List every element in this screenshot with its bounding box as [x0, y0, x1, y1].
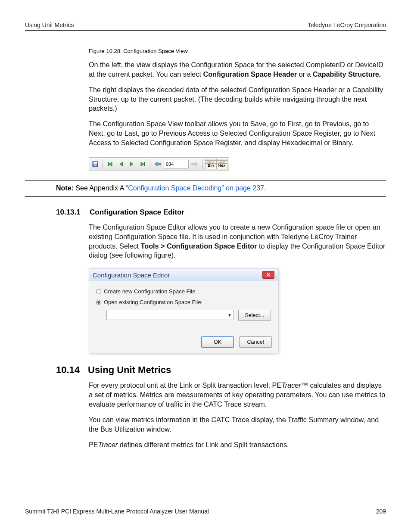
text: Save [250, 120, 266, 128]
select-button[interactable]: Select... [238, 310, 271, 321]
packet-number-field[interactable]: 034 [164, 160, 189, 168]
header-right: Teledyne LeCroy Corporation [308, 22, 386, 28]
footer-left: Summit T3-8 PCI Express Multi-Lane Proto… [25, 508, 209, 515]
bin-button[interactable]: 10110Bin [205, 159, 216, 169]
ok-button[interactable]: OK [201, 336, 234, 348]
close-icon: ✕ [266, 272, 271, 278]
radio-label: Open existing Configuration Space File: [104, 299, 202, 305]
figure-caption: Figure 10.28: Configuration Space View [89, 48, 386, 54]
dialog-body: Create new Configuration Space File Open… [89, 281, 278, 336]
bin-label: Bin [208, 164, 214, 168]
radio-label: Create new Configuration Space File [104, 288, 195, 295]
radio-create-new[interactable]: Create new Configuration Space File [96, 288, 271, 295]
horizontal-rule [25, 180, 386, 181]
text-bold: Tools > Configuration Space Editor [141, 242, 257, 250]
first-icon[interactable] [106, 159, 115, 169]
svg-rect-3 [108, 162, 109, 166]
text-bold: Configuration Space Header [203, 70, 297, 78]
paragraph: On the left, the view displays the Confi… [89, 60, 386, 79]
cancel-button[interactable]: Cancel [239, 336, 272, 348]
file-select-row: ▼ Select... [106, 310, 271, 321]
text-italic: Tracer [98, 441, 118, 448]
text-italic: Tracer [281, 381, 301, 389]
hex-label: Hex [218, 164, 226, 168]
paragraph: PETracer defines different metrics for L… [89, 440, 386, 450]
page-number: 209 [376, 508, 386, 515]
text: PE [89, 441, 98, 448]
text: The Configuration Space View toolbar all… [89, 120, 250, 128]
svg-rect-4 [144, 162, 145, 166]
header-left: Using Unit Metrics [25, 22, 74, 28]
heading-number: 10.13.1 [56, 208, 85, 217]
save-icon[interactable] [90, 159, 100, 169]
dialog-title-text: Configuration Space Editor [93, 271, 170, 279]
svg-rect-1 [93, 162, 97, 164]
note-text: See Appendix A [74, 184, 126, 192]
content-area: For every protocol unit at the Link or S… [25, 381, 386, 449]
radio-icon [96, 300, 101, 305]
paragraph: The Configuration Space View toolbar all… [89, 119, 386, 148]
hex-button[interactable]: 10110Hex [216, 159, 227, 169]
horizontal-rule [25, 196, 386, 197]
text: defines different metrics for Link and S… [118, 441, 289, 448]
heading-number: 10.14 [56, 364, 83, 376]
prev-access-icon[interactable] [153, 159, 162, 169]
note-block: Note: See Appendix A “Configuration Spac… [56, 184, 386, 192]
heading-title: Configuration Space Editor [90, 208, 184, 217]
paragraph: The right displays the decoded data of t… [89, 85, 386, 114]
paragraph: The Configuration Space Editor allows yo… [89, 223, 386, 260]
section-heading: 10.14 Using Unit Metrics [56, 364, 386, 376]
file-combobox[interactable]: ▼ [106, 310, 234, 320]
page-header: Using Unit Metrics Teledyne LeCroy Corpo… [25, 22, 386, 31]
page-footer: Summit T3-8 PCI Express Multi-Lane Proto… [25, 508, 386, 515]
next-access-icon[interactable] [190, 159, 199, 169]
dialog-titlebar: Configuration Space Editor ✕ [89, 268, 278, 281]
next-icon[interactable] [127, 159, 137, 169]
radio-open-existing[interactable]: Open existing Configuration Space File: [96, 299, 271, 305]
radio-icon [96, 289, 101, 294]
last-icon[interactable] [138, 159, 147, 169]
cross-reference-link[interactable]: “Configuration Space Decoding” on page 2… [126, 184, 264, 192]
subsection-heading: 10.13.1 Configuration Space Editor [56, 208, 386, 217]
toolbar-separator [103, 159, 103, 169]
paragraph: For every protocol unit at the Link or S… [89, 381, 386, 409]
toolbar-separator [150, 159, 150, 169]
note-text: . [264, 184, 266, 192]
paragraph: You can view metrics information in the … [89, 415, 386, 434]
content-area: The Configuration Space Editor allows yo… [25, 223, 386, 353]
svg-rect-2 [94, 165, 97, 166]
config-space-toolbar: 034 10110Bin 10110Hex [89, 157, 229, 171]
text-bold: Capability Structure. [313, 70, 381, 78]
bin-hex-toggle[interactable]: 10110Bin 10110Hex [205, 159, 227, 169]
prev-icon[interactable] [116, 159, 126, 169]
config-space-editor-dialog: Configuration Space Editor ✕ Create new … [89, 268, 278, 353]
close-button[interactable]: ✕ [262, 271, 274, 279]
page: Using Unit Metrics Teledyne LeCroy Corpo… [0, 0, 411, 532]
note-label: Note: [56, 184, 74, 192]
chevron-down-icon: ▼ [227, 313, 232, 317]
toolbar-separator [202, 159, 202, 169]
content-area: Figure 10.28: Configuration Space View O… [25, 48, 386, 176]
text: For every protocol unit at the Link or S… [89, 381, 281, 389]
dialog-button-row: OK Cancel [89, 336, 278, 353]
heading-title: Using Unit Metrics [88, 364, 171, 376]
text: or a [297, 70, 313, 78]
